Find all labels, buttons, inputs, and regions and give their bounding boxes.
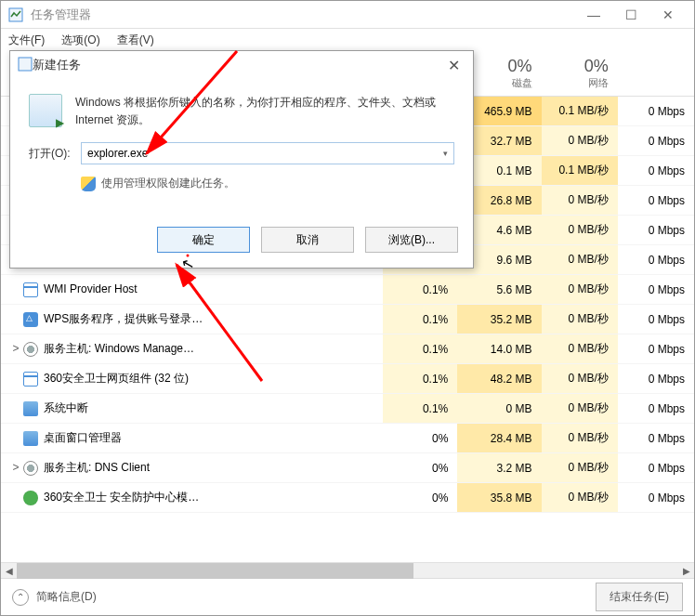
process-icon — [23, 312, 38, 327]
metric-cell: 0% — [383, 483, 457, 513]
table-row[interactable]: WPS服务程序，提供账号登录…0.1%35.2 MB0 MB/秒0 Mbps — [1, 305, 694, 334]
open-label: 打开(O): — [29, 146, 81, 162]
shield-icon — [81, 177, 96, 191]
horizontal-scrollbar[interactable]: ◀ ▶ — [1, 562, 694, 578]
table-row[interactable]: 360安全卫士网页组件 (32 位)0.1%48.2 MB0 MB/秒0 Mbp… — [1, 364, 694, 394]
dialog-description: Windows 将根据你所键入的名称，为你打开相应的程序、文件夹、文档或 Int… — [75, 94, 454, 129]
col-header-network[interactable]: 0%网络 — [542, 51, 618, 97]
metric-cell: 5.6 MB — [457, 275, 541, 305]
statusbar: ⌃ 简略信息(D) 结束任务(E) — [1, 578, 694, 615]
table-row[interactable]: >服务主机: DNS Client0%3.2 MB0 MB/秒0 Mbps — [1, 453, 694, 483]
window-title: 任务管理器 — [31, 7, 91, 23]
process-name-cell: 360安全卫士 安全防护中心模… — [1, 483, 383, 513]
process-name: 360安全卫士网页组件 (32 位) — [44, 372, 189, 385]
open-combobox[interactable]: ▾ — [81, 142, 454, 164]
metric-cell: 48.2 MB — [457, 364, 541, 394]
chevron-down-icon[interactable]: ▾ — [437, 143, 453, 164]
dialog-close-button[interactable]: ✕ — [442, 57, 466, 74]
process-name: WMI Provider Host — [44, 282, 138, 295]
process-name: 服务主机: DNS Client — [44, 461, 150, 474]
process-name-cell: 系统中断 — [1, 394, 383, 424]
metric-cell: 0 MB/秒 — [542, 424, 618, 453]
metric-cell: 0 Mbps — [618, 275, 694, 305]
process-name: WPS服务程序，提供账号登录… — [44, 312, 203, 325]
table-row[interactable]: 360安全卫士 安全防护中心模…0%35.8 MB0 MB/秒0 Mbps — [1, 483, 694, 513]
table-row[interactable]: 系统中断0.1%0 MB0 MB/秒0 Mbps — [1, 394, 694, 424]
metric-cell: 0.1 MB/秒 — [542, 156, 618, 186]
metric-cell: 0 MB/秒 — [542, 483, 618, 513]
dialog-icon — [18, 57, 33, 74]
cancel-button[interactable]: 取消 — [261, 227, 354, 253]
expand-icon[interactable]: > — [10, 342, 21, 355]
process-name: 服务主机: Windows Manage… — [44, 342, 194, 355]
scroll-thumb[interactable] — [17, 563, 413, 579]
run-dialog: 新建任务 ✕ Windows 将根据你所键入的名称，为你打开相应的程序、文件夹、… — [9, 50, 474, 269]
metric-cell: 0% — [383, 453, 457, 483]
expand-icon[interactable]: > — [10, 461, 21, 474]
process-icon — [23, 431, 38, 446]
process-icon — [23, 401, 38, 416]
dialog-titlebar[interactable]: 新建任务 ✕ — [10, 51, 473, 79]
metric-cell: 0 MB/秒 — [542, 216, 618, 245]
metric-cell: 0 Mbps — [618, 424, 694, 453]
app-icon — [8, 7, 23, 22]
process-name-cell: 360安全卫士网页组件 (32 位) — [1, 364, 383, 394]
chevron-up-icon[interactable]: ⌃ — [12, 589, 29, 606]
ok-button[interactable]: 确定 — [157, 227, 250, 253]
metric-cell: 0 Mbps — [618, 156, 694, 186]
table-row[interactable]: 桌面窗口管理器0%28.4 MB0 MB/秒0 Mbps — [1, 424, 694, 453]
metric-cell: 35.8 MB — [457, 483, 541, 513]
metric-cell: 0 Mbps — [618, 186, 694, 216]
menu-file[interactable]: 文件(F) — [5, 31, 48, 50]
end-task-button[interactable]: 结束任务(E) — [596, 583, 683, 611]
process-icon — [23, 491, 38, 505]
table-row[interactable]: >服务主机: Windows Manage…0.1%14.0 MB0 MB/秒0… — [1, 334, 694, 364]
metric-cell: 0 Mbps — [618, 394, 694, 424]
metric-cell: 0 MB/秒 — [542, 364, 618, 394]
minimize-button[interactable]: — — [575, 7, 612, 22]
maximize-button[interactable]: ☐ — [612, 7, 649, 22]
open-input[interactable] — [82, 143, 437, 164]
scroll-left-icon[interactable]: ◀ — [1, 563, 17, 579]
metric-cell: 3.2 MB — [457, 453, 541, 483]
metric-cell: 0 Mbps — [618, 245, 694, 275]
metric-cell: 0 MB/秒 — [542, 453, 618, 483]
metric-cell: 0 MB/秒 — [542, 245, 618, 275]
scroll-right-icon[interactable]: ▶ — [678, 563, 694, 579]
metric-cell: 0.1% — [383, 305, 457, 334]
process-name-cell: WPS服务程序，提供账号登录… — [1, 305, 383, 334]
process-name-cell: >服务主机: DNS Client — [1, 453, 383, 483]
metric-cell: 35.2 MB — [457, 305, 541, 334]
metric-cell: 0% — [383, 424, 457, 453]
metric-cell: 0 MB/秒 — [542, 305, 618, 334]
process-icon — [23, 342, 38, 357]
titlebar[interactable]: 任务管理器 — ☐ ✕ — [1, 1, 694, 29]
close-button[interactable]: ✕ — [649, 7, 687, 22]
metric-cell: 0.1% — [383, 334, 457, 364]
metric-cell: 0 Mbps — [618, 453, 694, 483]
metric-cell: 0 Mbps — [618, 334, 694, 364]
metric-cell: 0 Mbps — [618, 126, 694, 156]
process-name: 360安全卫士 安全防护中心模… — [44, 491, 199, 504]
process-name: 系统中断 — [44, 401, 88, 414]
metric-cell: 0 Mbps — [618, 483, 694, 513]
metric-cell: 0.1% — [383, 275, 457, 305]
metric-cell: 0 MB/秒 — [542, 394, 618, 424]
menu-options[interactable]: 选项(O) — [58, 31, 103, 50]
table-row[interactable]: WMI Provider Host0.1%5.6 MB0 MB/秒0 Mbps — [1, 275, 694, 305]
metric-cell: 0.1 MB/秒 — [542, 97, 618, 126]
svg-rect-1 — [19, 58, 32, 71]
metric-cell: 0.1% — [383, 364, 457, 394]
metric-cell: 14.0 MB — [457, 334, 541, 364]
metric-cell: 0 MB/秒 — [542, 334, 618, 364]
menu-view[interactable]: 查看(V) — [113, 31, 158, 50]
metric-cell: 0 MB/秒 — [542, 275, 618, 305]
metric-cell: 0 Mbps — [618, 97, 694, 126]
admin-text: 使用管理权限创建此任务。 — [101, 176, 235, 191]
metric-cell: 0 MB/秒 — [542, 186, 618, 216]
browse-button[interactable]: 浏览(B)... — [365, 227, 458, 253]
process-icon — [23, 461, 38, 476]
run-icon — [29, 94, 62, 127]
process-icon — [23, 372, 38, 387]
fewer-details-link[interactable]: 简略信息(D) — [36, 589, 97, 605]
